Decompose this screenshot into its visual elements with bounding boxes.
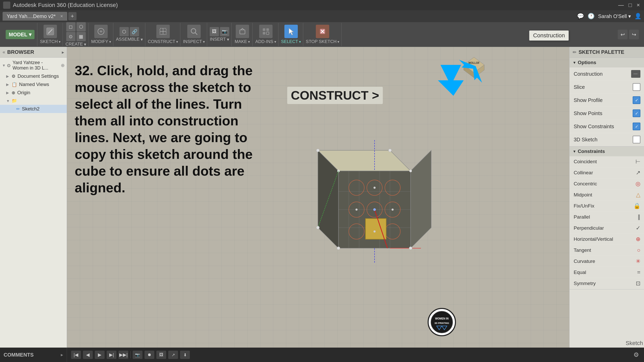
playback-prev[interactable]: ◀ [83, 351, 93, 359]
create-icon-1[interactable]: ◻ [66, 22, 75, 31]
make-icon[interactable] [236, 25, 249, 38]
playback-start[interactable]: |◀ [71, 351, 81, 359]
undo-button[interactable]: ↩ [618, 30, 628, 39]
collinear-row[interactable]: Collinear ↗ [570, 167, 644, 178]
options-section-header[interactable]: ▼ Options [570, 58, 644, 67]
insert-icon-1[interactable]: 🖼 [210, 27, 219, 36]
tangent-label: Tangent [574, 247, 637, 253]
construction-tooltip: Construction [529, 30, 569, 41]
tree-item-group[interactable]: ▼ 📁 [0, 97, 67, 105]
model-mode-button[interactable]: MODEL ▾ [6, 30, 35, 39]
3d-sketch-checkbox[interactable] [633, 136, 640, 143]
svg-point-55 [337, 247, 340, 250]
tree-root-options[interactable]: ⊕ [61, 63, 65, 68]
tree-item-origin[interactable]: ▶ ⊕ Origin [0, 89, 67, 97]
redo-button[interactable]: ↪ [629, 30, 639, 39]
inspect-icon[interactable] [187, 25, 201, 38]
insert-label: INSERT ▾ [210, 37, 229, 42]
fix-unfix-row[interactable]: Fix/UnFix 🔒 [570, 201, 644, 212]
show-profile-checkbox[interactable] [633, 96, 640, 104]
user-icon[interactable]: 👤 [634, 13, 641, 20]
tree-item-named-views[interactable]: ▶ 📋 Named Views [0, 80, 67, 89]
equal-row[interactable]: Equal = [570, 267, 644, 278]
playback-next[interactable]: ▶| [107, 351, 116, 359]
tree-item-doc-settings[interactable]: ▶ ⚙ Document Settings [0, 72, 67, 80]
tree-origin-label: Origin [17, 90, 30, 96]
create-icon-3[interactable]: ⊙ [66, 32, 75, 41]
tree-item-sketch2[interactable]: ✏ Sketch2 [0, 105, 67, 113]
create-icon-4[interactable]: ▦ [77, 32, 86, 41]
collinear-icon: ↗ [636, 169, 640, 176]
slice-checkbox[interactable] [633, 83, 640, 91]
browser-collapse-icon[interactable]: « [3, 49, 5, 55]
show-constraints-label: Show Constraints [574, 124, 633, 130]
symmetry-row[interactable]: Symmetry ⊡ [570, 278, 644, 289]
make-label: MAKE ▾ [235, 39, 250, 44]
equal-label: Equal [574, 270, 637, 275]
settings-gear-button[interactable]: ⚙ [629, 348, 644, 362]
gear-icon: ⚙ [633, 351, 639, 358]
construction-option-row: Construction [570, 67, 644, 81]
logo-badge: WOMEN IN 3D PRINTING [428, 303, 489, 341]
history-icon[interactable]: 🕐 [588, 13, 595, 20]
stop-sketch-icon[interactable] [316, 25, 329, 38]
comments-label: COMMENTS [4, 352, 34, 358]
new-tab-button[interactable]: + [68, 12, 77, 20]
show-points-option-row: Show Points [570, 107, 644, 120]
view-cube[interactable]: WOLLOF [459, 52, 489, 80]
concentric-row[interactable]: Concentric ◎ [570, 178, 644, 189]
browser-expand-icon[interactable]: ▸ [62, 49, 64, 55]
show-constraints-checkbox[interactable] [633, 123, 640, 130]
assemble-icon-1[interactable]: ⬡ [120, 27, 129, 36]
browser-header: « BROWSER ▸ [0, 47, 67, 58]
symmetry-icon: ⊡ [636, 280, 640, 287]
sketch-palette-title: SKETCH PALETTE [579, 49, 624, 55]
share-btn[interactable]: ↗ [168, 351, 178, 359]
options-label: Options [578, 60, 596, 65]
construction-button[interactable] [631, 70, 640, 78]
parallel-row[interactable]: Parallel ∥ [570, 212, 644, 223]
chat-icon[interactable]: 💬 [577, 13, 584, 20]
maximize-button[interactable]: □ [629, 2, 632, 8]
midpoint-row[interactable]: Midpoint △ [570, 189, 644, 201]
active-tab[interactable]: Yard Yah....Demo v2* × [3, 12, 67, 21]
equal-icon: = [637, 269, 640, 276]
playback-end[interactable]: ▶▶| [118, 351, 128, 359]
modify-icon[interactable] [94, 25, 108, 38]
sketch-label: SKETCH ▾ [40, 39, 61, 44]
capture-btn[interactable]: 📷 [133, 351, 142, 359]
tab-close-button[interactable]: × [60, 14, 63, 19]
assemble-icon-2[interactable]: 🔗 [130, 27, 139, 36]
coincident-row[interactable]: Coincident ⊢ [570, 156, 644, 167]
construct-label: CONSTRUCT ▾ [148, 39, 178, 44]
addins-icon[interactable] [259, 25, 273, 38]
constraints-section-header[interactable]: ▼ Constraints [570, 146, 644, 156]
horizontal-vertical-row[interactable]: Horizontal/Vertical ⊕ [570, 234, 644, 245]
svg-rect-12 [266, 32, 269, 35]
tangent-row[interactable]: Tangent ○ [570, 245, 644, 256]
perpendicular-row[interactable]: Perpendicular ✓ [570, 223, 644, 234]
tab-bar: Yard Yah....Demo v2* × + 💬 🕐 Sarah O'Sel… [0, 10, 644, 22]
status-divider-1 [130, 351, 131, 358]
tree-item-root[interactable]: ▼ ⊙ Yard Yahtzee - Women in 3D L... ⊕ [0, 59, 67, 72]
playback-play[interactable]: ▶ [95, 351, 105, 359]
create-icon-2[interactable]: ⬡ [77, 22, 86, 31]
insert-icon-2[interactable]: 📷 [220, 27, 229, 36]
toolbar-group-sketch: SKETCH ▾ [38, 23, 63, 46]
curvature-row[interactable]: Curvature ✳ [570, 256, 644, 267]
sketch-tool-icon[interactable] [44, 25, 57, 38]
close-button[interactable]: × [637, 2, 640, 8]
record-btn[interactable]: ⏺ [145, 351, 154, 359]
comments-expand[interactable]: ▸ [61, 352, 63, 358]
3d-sketch-label: 3D Sketch [574, 137, 633, 143]
toolbar-group-addins: ADD-INS ▾ [253, 23, 278, 46]
undo-redo-group: ↩ ↪ [618, 30, 639, 39]
construct-icon[interactable] [156, 25, 170, 38]
minimize-button[interactable]: — [618, 2, 624, 8]
canvas-area[interactable]: 32. Click, hold, and drag the mouse acro… [67, 47, 569, 362]
download-btn[interactable]: ⬇ [180, 351, 190, 359]
select-icon[interactable] [284, 25, 298, 38]
screenshot-btn[interactable]: 🖼 [156, 351, 166, 359]
show-points-checkbox[interactable] [633, 109, 640, 117]
toolbar-group-assemble: ⬡ 🔗 ASSEMBLE ▾ [114, 23, 145, 46]
